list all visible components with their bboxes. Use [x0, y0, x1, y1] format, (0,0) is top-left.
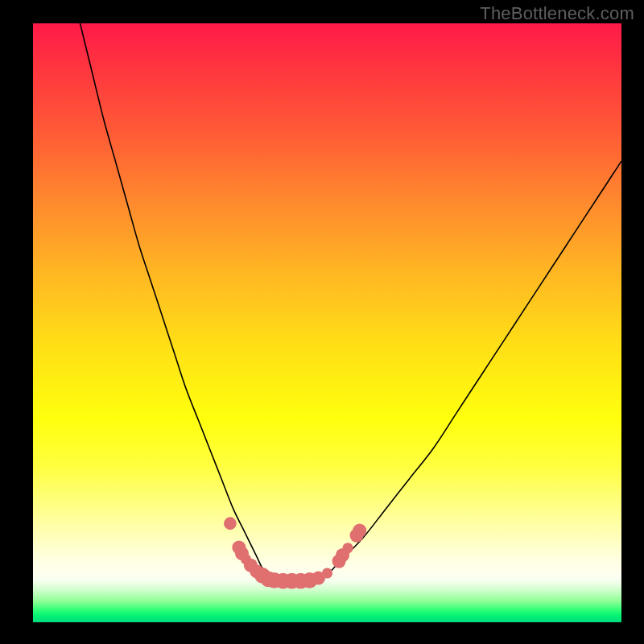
curve-markers [224, 517, 366, 588]
watermark-text: TheBottleneck.com [480, 3, 634, 24]
bottleneck-curve [33, 23, 621, 622]
curve-line [80, 23, 621, 580]
chart-frame: TheBottleneck.com [0, 0, 644, 644]
curve-marker [343, 543, 353, 553]
curve-marker [353, 524, 366, 538]
plot-area [33, 23, 621, 622]
curve-marker [322, 568, 332, 578]
curve-marker [224, 517, 237, 530]
